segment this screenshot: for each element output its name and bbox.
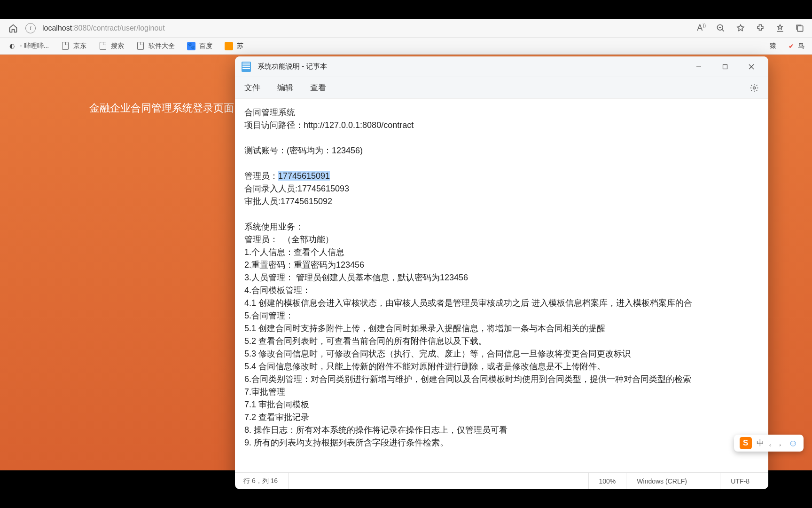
url-host: localhost [42, 24, 72, 32]
bookmark-bilibili[interactable]: ◐ - 哔哩哔... [8, 42, 49, 50]
settings-gear-icon[interactable] [750, 83, 759, 93]
bookmark-software[interactable]: 软件大全 [136, 42, 175, 50]
bookmark-label: 软件大全 [148, 42, 175, 50]
bookmark-label: 搜索 [111, 42, 124, 50]
bookmark-label: 百度 [199, 42, 212, 50]
status-cursor-pos: 行 6，列 16 [243, 473, 289, 489]
status-line-ending: Windows (CRLF) [626, 473, 720, 489]
bookmark-jd[interactable]: 京东 [61, 42, 86, 50]
svg-line-1 [722, 29, 724, 31]
window-buttons [686, 56, 765, 77]
favorites-list-icon[interactable] [775, 24, 785, 33]
ime-toolbar[interactable]: S 中 。， ☺ [734, 435, 804, 452]
bookmark-label: 苏 [237, 42, 243, 50]
suning-icon [225, 42, 233, 50]
bookmark-label: - 哔哩哔... [20, 42, 49, 50]
bookmark-right-1[interactable]: 猿 [770, 42, 776, 50]
bookmark-label: 猿 [770, 42, 776, 50]
desktop-screen: i localhost:8080/contract/user/loginout … [0, 19, 812, 470]
notepad-window: 系统功能说明 - 记事本 文件 编辑 查看 合同管理系统 项目访 [235, 56, 768, 489]
ime-punct[interactable]: 。， [769, 438, 784, 448]
svg-point-9 [753, 87, 756, 89]
notepad-app-icon [242, 62, 251, 72]
bookmark-label: 京东 [73, 42, 86, 50]
read-aloud-icon[interactable]: A)) [697, 23, 706, 33]
letterbox-top [0, 0, 812, 19]
baidu-icon: 🐾 [187, 42, 195, 50]
doc-icon [61, 42, 70, 50]
bookmark-right-2[interactable]: ✔ 鸟 [789, 42, 804, 50]
notepad-menubar: 文件 编辑 查看 [235, 77, 768, 99]
sogou-logo-icon: S [740, 437, 752, 449]
bookmarks-bar: ◐ - 哔哩哔... 京东 搜索 软件大全 🐾 百度 苏 猿 ✔ [0, 38, 812, 55]
collections-icon[interactable] [795, 24, 804, 33]
status-encoding: UTF-8 [720, 473, 760, 489]
emoji-icon[interactable]: ☺ [789, 438, 798, 449]
doc-icon [136, 42, 145, 50]
url-address[interactable]: localhost:8080/contract/user/loginout [42, 24, 690, 32]
minimize-button[interactable] [686, 56, 712, 77]
doc-icon [99, 42, 107, 50]
close-button[interactable] [738, 56, 765, 77]
bookmark-baidu[interactable]: 🐾 百度 [187, 42, 212, 50]
bookmark-search[interactable]: 搜索 [99, 42, 124, 50]
selected-text: 17745615091 [278, 171, 330, 181]
svg-rect-6 [723, 64, 727, 69]
svg-rect-4 [797, 26, 803, 32]
ime-lang[interactable]: 中 [757, 438, 764, 448]
bilibili-icon: ◐ [8, 42, 16, 50]
site-info-icon[interactable]: i [25, 23, 36, 33]
browser-right-icons: A)) [697, 23, 804, 33]
favorite-icon[interactable] [736, 24, 745, 33]
notepad-titlebar[interactable]: 系统功能说明 - 记事本 [235, 56, 768, 77]
bookmark-label: 鸟 [798, 42, 804, 50]
notepad-status-bar: 行 6，列 16 100% Windows (CRLF) UTF-8 [235, 472, 768, 489]
bird-icon: ✔ [789, 42, 794, 50]
page-title: 金融企业合同管理系统登录页面 [89, 101, 234, 115]
browser-address-bar: i localhost:8080/contract/user/loginout … [0, 19, 812, 38]
menu-edit[interactable]: 编辑 [277, 82, 293, 93]
maximize-button[interactable] [712, 56, 738, 77]
notepad-text-area[interactable]: 合同管理系统 项目访问路径：http://127.0.0.1:8080/cont… [235, 99, 768, 472]
menu-view[interactable]: 查看 [310, 82, 326, 93]
status-zoom: 100% [589, 473, 627, 489]
zoom-icon[interactable] [716, 24, 726, 33]
extensions-icon[interactable] [756, 24, 765, 33]
notepad-title: 系统功能说明 - 记事本 [258, 62, 327, 71]
menu-file[interactable]: 文件 [244, 82, 260, 93]
url-path: :8080/contract/user/loginout [72, 24, 164, 32]
home-icon[interactable] [8, 23, 19, 34]
bookmark-suning[interactable]: 苏 [225, 42, 243, 50]
